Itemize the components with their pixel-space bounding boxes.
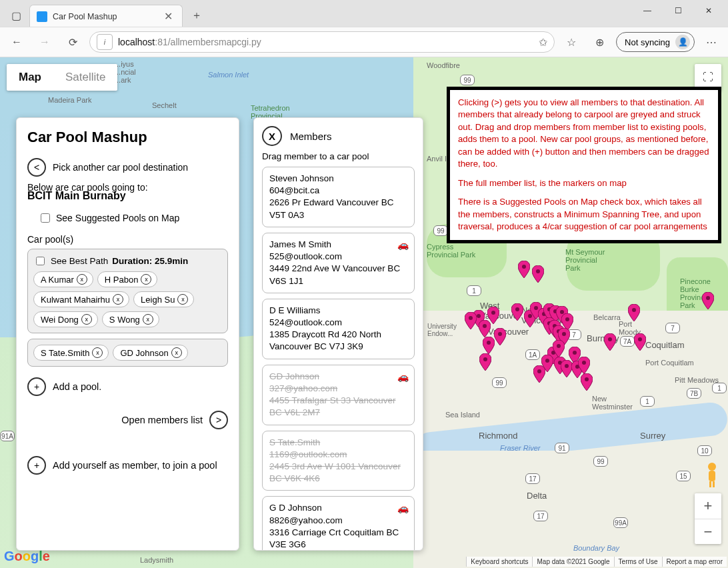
site-info-icon[interactable]: i [97,34,113,50]
pool-member-tag[interactable]: H Pabonx [97,271,158,287]
best-path-checkbox[interactable] [36,257,45,265]
address-bar[interactable]: i localhost:81/allmembersmapcgi.py ✩ [89,31,555,53]
pool-member-tag[interactable]: S Tate.Smithx [33,345,109,361]
map-marker[interactable] [578,357,590,374]
map-marker[interactable] [494,328,506,345]
map-marker[interactable] [518,261,530,278]
favorites-icon[interactable]: ☆ [560,31,583,53]
remove-tag-icon[interactable]: x [177,294,188,305]
hwy-shield: 99 [492,377,507,388]
more-menu-icon[interactable]: ⋯ [700,31,723,53]
member-card[interactable]: S Tate.Smith1169@outlook.com2445 3rd Ave… [262,431,415,491]
zoom-out-button[interactable]: − [695,519,721,544]
member-card[interactable]: James M Smith525@outlook.com3449 22nd Av… [262,233,415,293]
pool-member-tag[interactable]: S Wongx [102,311,159,327]
map-label: ...iyus ...ncial ...ark [115,60,136,84]
map-marker[interactable] [634,333,646,351]
svg-point-1 [536,269,540,273]
map-marker[interactable] [465,312,477,329]
map-label: Coquitlam [645,340,685,350]
close-tab-icon[interactable]: ✕ [161,10,175,23]
pool-group[interactable]: S Tate.SmithxGD Johnsonx [27,339,228,367]
back-button[interactable]: ← [5,31,28,53]
member-address: 2626 Pr Edward Vancouver BC V5T 0A3 [269,197,407,221]
favicon-icon [37,11,47,22]
hwy-shield: 1 [712,383,727,393]
footer-shortcuts[interactable]: Keyboard shortcuts [466,557,532,567]
svg-point-8 [483,357,487,361]
map-marker[interactable] [553,340,565,357]
map-marker[interactable] [604,333,616,351]
remove-tag-icon[interactable]: x [141,274,151,285]
svg-point-7 [487,341,491,345]
svg-point-3 [477,314,481,318]
map-marker[interactable] [511,303,523,321]
pool-member-tag[interactable]: Leigh Sux [133,291,194,307]
back-to-destinations-button[interactable]: < [27,158,46,177]
hwy-shield: 91A [0,431,15,441]
remove-tag-icon[interactable]: x [113,294,123,305]
map-marker[interactable] [483,337,495,354]
remove-tag-icon[interactable]: x [143,314,153,325]
map-marker[interactable] [479,320,491,337]
footer-terms[interactable]: Terms of Use [614,557,662,567]
pool-member-tag[interactable]: A Kumarx [33,271,93,287]
remove-tag-icon[interactable]: x [92,347,103,358]
svg-point-0 [522,265,526,269]
maximize-button[interactable]: ☐ [663,0,693,21]
new-tab-button[interactable]: ＋ [187,6,207,26]
svg-point-9 [515,307,519,311]
member-name: James M Smith [269,239,407,251]
pool-member-tag[interactable]: GD Johnsonx [113,345,187,361]
collections-icon[interactable]: ⊕ [588,31,611,53]
refresh-button[interactable]: ⟳ [61,31,84,53]
map-label: New Westminster [592,395,633,411]
suggested-pools-checkbox[interactable]: See Suggested Pools on Map [38,211,228,225]
map-marker[interactable] [702,292,714,309]
pool-group[interactable]: See Best Path Duration: 25.9min A Kumarx… [27,249,228,333]
map-marker[interactable] [533,365,545,383]
help-text: There is a Suggested Pools on Map check … [458,196,710,233]
pool-member-tag[interactable]: Kulwant Mahairhux [33,291,129,307]
hwy-shield: 1A [525,349,540,360]
map-label: Belcarra [593,313,621,321]
avatar-icon: 👤 [675,35,690,49]
map-type-map[interactable]: Map [7,64,53,91]
map-label: Salmon Inlet [208,71,249,79]
remove-tag-icon[interactable]: x [81,314,92,325]
svg-point-27 [582,361,586,365]
main-panel: Car Pool Mashup < Pick another car pool … [16,117,239,551]
favorite-icon[interactable]: ✩ [539,36,547,49]
browser-tab[interactable]: Car Pool Mashup ✕ [29,5,183,27]
pool-member-tag[interactable]: Wei Dongx [33,311,98,327]
close-window-button[interactable]: ✕ [693,0,724,21]
map-type-switcher[interactable]: Map Satellite [7,64,117,91]
map-marker[interactable] [532,265,544,283]
forward-button[interactable]: → [33,31,56,53]
close-members-button[interactable]: X [262,126,282,146]
footer-report[interactable]: Report a map error [662,557,727,567]
map-label: Ladysmith [140,556,173,564]
minimize-button[interactable]: — [632,0,663,21]
tab-actions-icon[interactable]: ▢ [5,5,27,27]
member-name: S Tate.Smith [269,437,407,449]
pegman-icon[interactable] [703,461,721,488]
open-members-button[interactable]: > [209,411,228,429]
member-card[interactable]: G D Johnson8826@yahoo.com3316 Carriage C… [262,496,415,551]
profile-sync-button[interactable]: Not syncing 👤 [616,32,695,52]
member-card[interactable]: D E Williams524@outlook.com1385 Draycott… [262,299,415,359]
add-pool-button[interactable]: + [27,377,46,396]
map-marker[interactable] [628,304,640,321]
map-type-satellite[interactable]: Satellite [53,64,117,91]
map-marker[interactable] [479,353,491,371]
map-canvas[interactable]: Woodfibre ...iyus ...ncial ...ark Salmon… [0,57,728,568]
member-card[interactable]: Steven Johnson604@bcit.ca2626 Pr Edward … [262,167,415,227]
footer-data: Map data ©2021 Google [532,557,613,567]
suggested-pools-input[interactable] [41,213,50,223]
remove-tag-icon[interactable]: x [171,347,182,358]
add-self-button[interactable]: + [27,456,46,475]
zoom-in-button[interactable]: + [695,493,721,519]
member-card[interactable]: GD Johnson327@yahoo.com4455 Trafalgar St… [262,365,415,425]
remove-tag-icon[interactable]: x [77,274,87,285]
map-marker[interactable] [581,373,593,391]
